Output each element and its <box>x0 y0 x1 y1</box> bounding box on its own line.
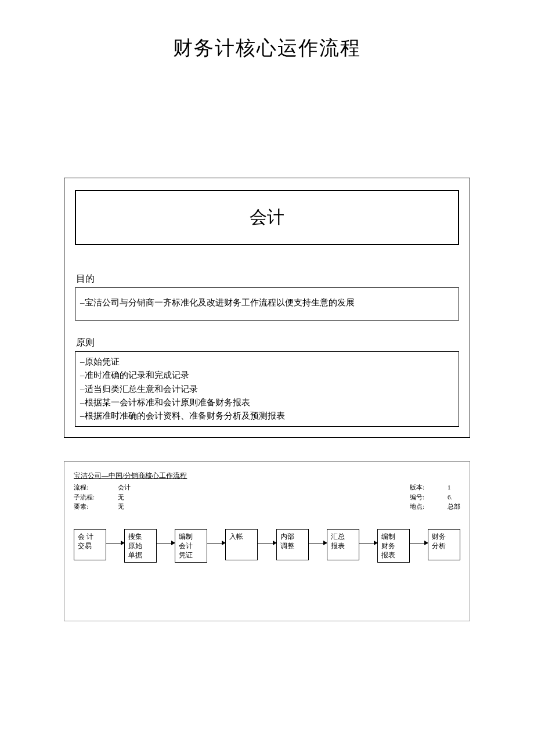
flow-step: 搜集原始单据 <box>124 529 157 563</box>
meta-value: 总部 <box>448 503 460 510</box>
meta-label: 流程: <box>74 483 118 492</box>
purpose-label: 目的 <box>75 273 459 285</box>
flow-step: 汇总报表 <box>327 529 359 560</box>
page-title: 财务计核心运作流程 <box>64 35 470 62</box>
flow-step: 内部调整 <box>276 529 309 560</box>
flow-meta-right: 版本: 1 编号: 6. 地点: 总部 <box>410 483 460 512</box>
principles-label: 原则 <box>75 337 459 349</box>
flow-step: 会 计交易 <box>74 529 106 560</box>
flow-step: 入帐 <box>225 529 258 560</box>
flow-header: 宝洁公司—中国/分销商核心工作流程 流程: 会计 子流程: 无 要素: 无 版本… <box>74 471 460 512</box>
flow-meta: 流程: 会计 子流程: 无 要素: 无 版本: 1 编号: <box>74 483 460 512</box>
meta-value: 无 <box>118 492 154 502</box>
meta-label: 地点: <box>410 502 448 512</box>
arrow-icon <box>207 543 225 543</box>
meta-value: 6. <box>448 494 452 501</box>
principle-item: –准时准确的记录和完成记录 <box>80 369 454 382</box>
arrow-icon <box>106 543 124 543</box>
flow-chart: 会 计交易 搜集原始单据 编制会计凭证 入帐 内部调整 汇总报表 编制财务报表 … <box>74 529 460 563</box>
principle-item: –适当归类汇总生意和会计记录 <box>80 383 454 396</box>
arrow-icon <box>258 543 276 543</box>
meta-label: 版本: <box>410 483 448 492</box>
principle-item: –原始凭证 <box>80 355 454 369</box>
flow-step: 编制会计凭证 <box>175 529 207 563</box>
flow-step: 财务分析 <box>428 529 460 560</box>
flow-meta-left: 流程: 会计 子流程: 无 要素: 无 <box>74 483 154 512</box>
meta-value: 无 <box>118 502 154 512</box>
arrow-icon <box>309 543 327 543</box>
accounting-header: 会计 <box>75 190 459 245</box>
meta-value: 会计 <box>118 483 154 492</box>
flow-title: 宝洁公司—中国/分销商核心工作流程 <box>74 471 460 481</box>
meta-label: 编号: <box>410 492 448 502</box>
section-accounting: 会计 目的 –宝洁公司与分销商一齐标准化及改进财务工作流程以便支持生意的发展 原… <box>64 178 470 438</box>
meta-label: 要素: <box>74 502 118 512</box>
flow-container: 宝洁公司—中国/分销商核心工作流程 流程: 会计 子流程: 无 要素: 无 版本… <box>64 461 470 621</box>
principle-item: –根据某一会计标准和会计原则准备财务报表 <box>80 396 454 409</box>
flow-step: 编制财务报表 <box>377 529 410 563</box>
meta-value: 1 <box>448 484 451 491</box>
arrow-icon <box>410 543 428 543</box>
meta-label: 子流程: <box>74 492 118 502</box>
purpose-box: –宝洁公司与分销商一齐标准化及改进财务工作流程以便支持生意的发展 <box>75 287 459 321</box>
arrow-icon <box>359 543 377 543</box>
arrow-icon <box>157 543 175 543</box>
principle-item: –根据准时准确的会计资料、准备财务分析及预测报表 <box>80 409 454 423</box>
principles-box: –原始凭证 –准时准确的记录和完成记录 –适当归类汇总生意和会计记录 –根据某一… <box>75 351 459 427</box>
